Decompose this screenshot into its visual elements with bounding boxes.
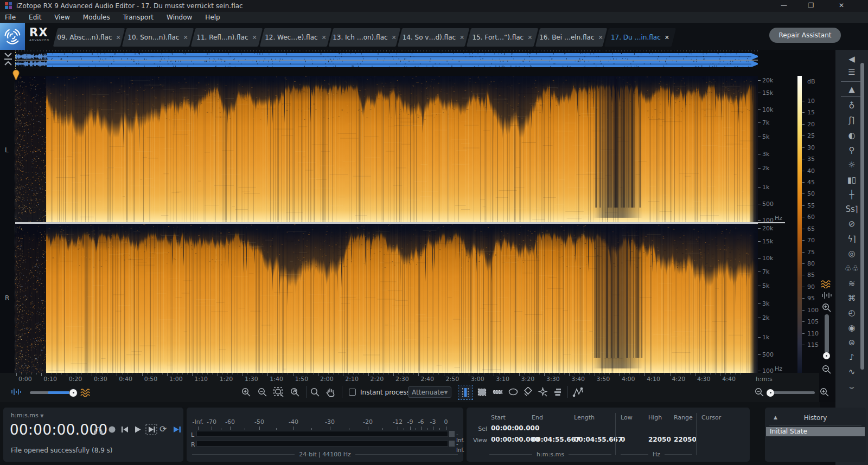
amplitude-bars-tool[interactable] — [553, 387, 563, 397]
vertical-zoom-knob[interactable] — [823, 352, 830, 359]
spectrogram-canvas[interactable] — [15, 76, 758, 373]
file-tab[interactable]: 15. Fort…“).flac✕ — [469, 28, 536, 47]
spectrogram-view-icon[interactable] — [821, 280, 833, 288]
loop-playback-button[interactable]: ⟳ — [159, 425, 167, 434]
meter-scale-tick — [427, 428, 427, 430]
tab-label: 10. Son…n).flac — [127, 34, 179, 41]
file-tab[interactable]: 09. Absc…n).flac✕ — [55, 28, 123, 47]
freq-tick — [758, 272, 761, 272]
vertical-zoom-slider[interactable] — [825, 314, 829, 353]
channel-separator[interactable] — [15, 222, 785, 223]
overview-collapse-icon[interactable] — [3, 52, 14, 66]
file-tab[interactable]: 13. Ich …on).flac✕ — [331, 28, 398, 47]
tab-close-icon[interactable]: ✕ — [392, 34, 397, 41]
blend-slider-knob[interactable] — [69, 389, 77, 397]
time-format-selector[interactable]: h:m:s.ms ▼ — [11, 412, 43, 419]
zoom-out-time-icon[interactable] — [257, 387, 267, 397]
time-unit-label: h:m:s — [756, 376, 773, 383]
lasso-selection-tool[interactable] — [508, 387, 519, 397]
zoom-fit-icon[interactable] — [290, 387, 300, 397]
file-tab[interactable]: 17. Du …in.flac✕ — [607, 28, 674, 47]
process-mode-dropdown[interactable]: Attenuate ▼ — [408, 386, 451, 398]
menu-file[interactable]: File — [5, 14, 16, 21]
waveform-view-icon[interactable] — [821, 292, 833, 299]
menu-transport[interactable]: Transport — [123, 14, 154, 21]
izotope-logo[interactable] — [0, 23, 25, 50]
horizontal-zoom-knob[interactable] — [767, 389, 774, 397]
view-high-value[interactable]: 22050 — [648, 436, 671, 443]
monitor-headphones-icon[interactable] — [93, 425, 103, 435]
time-tick-label: 1:20 — [220, 376, 233, 383]
meter-scale-tick — [368, 427, 368, 430]
file-tab[interactable]: 14. So v…d).flac✕ — [400, 28, 467, 47]
waveform-blend-icon[interactable] — [11, 388, 22, 396]
instant-process-checkbox[interactable] — [349, 389, 356, 396]
vertical-zoom-in-icon[interactable] — [821, 302, 832, 315]
play-to-end-button[interactable] — [173, 425, 182, 434]
view-low-value[interactable]: 0 — [621, 436, 625, 443]
tab-inner: 12. Wec…e).flac✕ — [262, 28, 329, 47]
menu-edit[interactable]: Edit — [29, 14, 41, 21]
tab-close-icon[interactable]: ✕ — [598, 34, 603, 41]
history-item[interactable]: Initial State — [766, 427, 865, 436]
zoom-selection-icon[interactable] — [273, 387, 285, 397]
tab-close-icon[interactable]: ✕ — [527, 34, 532, 41]
tab-close-icon[interactable]: ✕ — [665, 34, 669, 41]
meter-clip-right[interactable] — [449, 441, 455, 447]
close-button[interactable]: ✕ — [829, 0, 854, 12]
sel-start-value[interactable]: 00:00:00.000 — [491, 424, 539, 432]
magic-wand-tool[interactable] — [538, 387, 548, 397]
tab-close-icon[interactable]: ✕ — [116, 34, 120, 41]
brush-selection-tool[interactable] — [522, 387, 533, 397]
tab-close-icon[interactable]: ✕ — [252, 34, 257, 41]
tab-close-icon[interactable]: ✕ — [322, 34, 327, 41]
minimize-button[interactable]: — — [771, 0, 796, 12]
frequency-selection-tool[interactable] — [493, 387, 503, 397]
mouth-de-click-icon[interactable]: ⌣ — [835, 382, 868, 392]
tab-close-icon[interactable]: ✕ — [459, 34, 464, 41]
time-tick-minor — [575, 373, 575, 374]
meter-scale-tick — [446, 427, 446, 430]
file-tab[interactable]: 11. Refl…n).flac✕ — [193, 28, 260, 47]
play-button[interactable] — [133, 425, 142, 434]
sidebar-scrollbar[interactable] — [860, 63, 864, 370]
horizontal-zoom-slider[interactable] — [767, 391, 815, 394]
history-divider — [769, 425, 861, 425]
horizontal-zoom-out-icon[interactable] — [754, 387, 764, 397]
time-tick-label: 3:40 — [571, 376, 585, 383]
record-button[interactable] — [108, 425, 116, 434]
freehand-draw-tool[interactable] — [572, 386, 584, 398]
tab-close-icon[interactable]: ✕ — [183, 34, 188, 41]
file-tab[interactable]: 12. Wec…e).flac✕ — [262, 28, 329, 47]
time-frequency-selection-tool[interactable] — [477, 387, 487, 397]
magnify-tool-icon[interactable] — [310, 387, 320, 397]
menu-view[interactable]: View — [54, 14, 69, 21]
time-selection-tool[interactable] — [459, 386, 472, 399]
return-to-start-button[interactable] — [120, 425, 129, 434]
collapse-panel-icon[interactable]: ◀ — [835, 54, 868, 64]
time-tick — [368, 373, 369, 376]
menu-modules[interactable]: Modules — [83, 14, 110, 21]
file-tab[interactable]: 16. Bei …eln.flac✕ — [538, 28, 605, 47]
db-tick — [802, 240, 805, 241]
vertical-zoom-controls — [820, 280, 833, 383]
hand-tool-icon[interactable] — [326, 387, 336, 397]
maximize-button[interactable]: ❐ — [799, 0, 824, 12]
playhead-pin[interactable] — [12, 69, 20, 81]
horizontal-zoom-in-icon[interactable] — [819, 387, 829, 397]
play-selection-button[interactable] — [145, 424, 157, 435]
file-tab[interactable]: 10. Son…n).flac✕ — [124, 28, 192, 47]
overview-waveform[interactable] — [15, 50, 758, 69]
vertical-zoom-out-icon[interactable] — [821, 364, 832, 377]
menu-help[interactable]: Help — [205, 14, 220, 21]
view-range-value[interactable]: 22050 — [674, 436, 697, 443]
time-tick-label: 1:30 — [245, 376, 258, 383]
time-ruler[interactable]: 0:000:100:200:300:400:501:001:101:201:30… — [0, 373, 819, 383]
menu-window[interactable]: Window — [167, 14, 192, 21]
view-end-value[interactable]: 00:04:55.667 — [532, 436, 580, 443]
repair-assistant-button[interactable]: Repair Assistant — [769, 28, 841, 43]
zoom-in-time-icon[interactable] — [241, 387, 251, 397]
spectrogram-blend-icon[interactable] — [80, 388, 92, 397]
meter-clip-left[interactable] — [449, 431, 455, 437]
meter-scale-label: -Inf. — [193, 418, 204, 425]
